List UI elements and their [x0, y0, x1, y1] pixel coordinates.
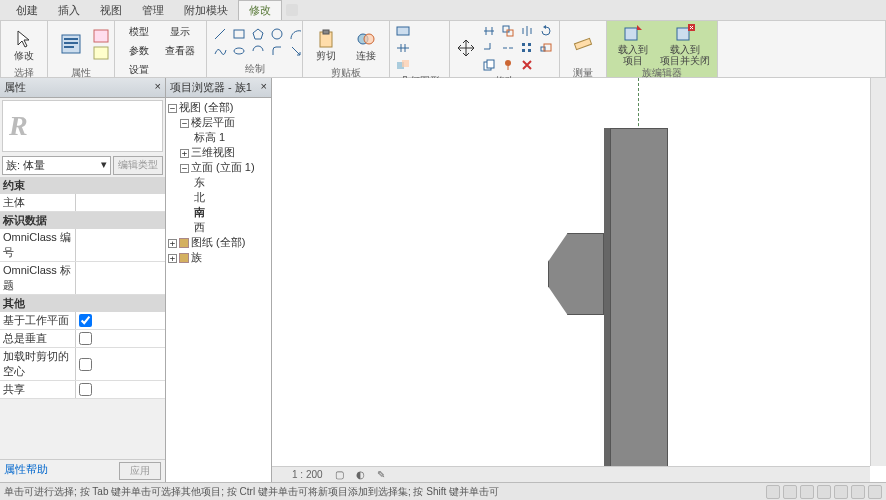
- project-tree: −视图 (全部) −楼层平面 标高 1 +三维视图 −立面 (立面 1) 东 北…: [166, 98, 271, 482]
- tree-toggle[interactable]: +: [180, 149, 189, 158]
- tree-elevations[interactable]: 立面 (立面 1): [191, 161, 255, 173]
- tab-modify[interactable]: 修改: [238, 0, 282, 20]
- join-button[interactable]: 连接: [347, 23, 385, 65]
- svg-point-9: [272, 29, 282, 39]
- omniclass-num-input[interactable]: [79, 239, 162, 251]
- scale-display[interactable]: 1 : 200: [292, 469, 323, 480]
- tab-insert[interactable]: 插入: [48, 1, 90, 20]
- copy-button[interactable]: [480, 57, 498, 73]
- tree-level1[interactable]: 标高 1: [168, 130, 269, 145]
- model-button[interactable]: 模型: [119, 23, 159, 41]
- polygon-tool[interactable]: [249, 26, 267, 42]
- status-icon[interactable]: [834, 485, 848, 499]
- section-constraints[interactable]: 约束: [0, 177, 165, 194]
- show-button[interactable]: 显示: [160, 23, 200, 41]
- viewbar-icon[interactable]: ✎: [377, 469, 385, 480]
- tree-floorplans[interactable]: 楼层平面: [191, 116, 235, 128]
- tree-east[interactable]: 东: [168, 175, 269, 190]
- viewer-button[interactable]: 查看器: [160, 42, 200, 60]
- scrollbar-vertical[interactable]: [870, 78, 886, 466]
- group-workplane: 模型 显示 参数 查看器 设置 工作平面: [115, 21, 207, 77]
- tree-views-root[interactable]: 视图 (全部): [179, 101, 233, 113]
- array-button[interactable]: [518, 40, 536, 56]
- svg-point-28: [505, 60, 511, 66]
- close-icon[interactable]: ×: [261, 80, 267, 95]
- project-browser: 项目浏览器 - 族1 × −视图 (全部) −楼层平面 标高 1 +三维视图 −…: [166, 78, 272, 482]
- tree-south[interactable]: 南: [168, 205, 269, 220]
- tab-view[interactable]: 视图: [90, 1, 132, 20]
- family-types-button[interactable]: [92, 28, 110, 44]
- cope-button[interactable]: [394, 23, 412, 39]
- shared-label: 共享: [0, 381, 76, 398]
- param-button[interactable]: 参数: [119, 42, 159, 60]
- status-icon[interactable]: [766, 485, 780, 499]
- join-geom-button[interactable]: [394, 57, 412, 73]
- tree-west[interactable]: 西: [168, 220, 269, 235]
- always-vertical-checkbox[interactable]: [79, 332, 92, 345]
- type-preview: R: [2, 100, 163, 152]
- measure-button[interactable]: [564, 23, 602, 65]
- edit-type-button[interactable]: 编辑类型: [113, 156, 163, 175]
- load-close-button[interactable]: 载入到 项目并关闭: [657, 23, 713, 65]
- circle-tool[interactable]: [268, 26, 286, 42]
- properties-help-link[interactable]: 属性帮助: [4, 462, 48, 480]
- tree-toggle[interactable]: −: [168, 104, 177, 113]
- status-icon[interactable]: [868, 485, 882, 499]
- view-canvas[interactable]: 1 : 200 ▢ ◐ ✎: [272, 78, 886, 482]
- split-button[interactable]: [499, 40, 517, 56]
- tree-toggle[interactable]: −: [180, 119, 189, 128]
- load-into-project-button[interactable]: 载入到 项目: [611, 23, 655, 65]
- status-icon[interactable]: [800, 485, 814, 499]
- omniclass-title-value[interactable]: [76, 262, 165, 294]
- tab-overflow-icon[interactable]: [286, 4, 298, 16]
- tree-toggle[interactable]: +: [168, 239, 177, 248]
- tree-toggle[interactable]: +: [168, 254, 177, 263]
- workplane-based-checkbox[interactable]: [79, 314, 92, 327]
- tree-3dviews[interactable]: 三维视图: [191, 146, 235, 158]
- family-type-select[interactable]: 族: 体量 ▾: [2, 156, 111, 175]
- rotate-button[interactable]: [537, 23, 555, 39]
- tree-toggle[interactable]: −: [180, 164, 189, 173]
- viewbar-icon[interactable]: ◐: [356, 469, 365, 480]
- pin-button[interactable]: [499, 57, 517, 73]
- mirror-button[interactable]: [518, 23, 536, 39]
- spline-tool[interactable]: [211, 43, 229, 59]
- arc3pt-tool[interactable]: [249, 43, 267, 59]
- set-button[interactable]: 设置: [119, 61, 159, 79]
- ellipse-tool[interactable]: [230, 43, 248, 59]
- apply-button[interactable]: 应用: [119, 462, 161, 480]
- host-value[interactable]: [76, 194, 165, 211]
- tree-north[interactable]: 北: [168, 190, 269, 205]
- offset-button[interactable]: [499, 23, 517, 39]
- tree-sheets[interactable]: 图纸 (全部): [191, 236, 245, 248]
- svg-rect-18: [503, 26, 509, 32]
- fillet-tool[interactable]: [268, 43, 286, 59]
- rect-tool[interactable]: [230, 26, 248, 42]
- tab-manage[interactable]: 管理: [132, 1, 174, 20]
- status-icon[interactable]: [851, 485, 865, 499]
- scale-button[interactable]: [537, 40, 555, 56]
- tree-families[interactable]: 族: [191, 251, 202, 263]
- status-icon[interactable]: [817, 485, 831, 499]
- close-icon[interactable]: ×: [155, 80, 161, 95]
- type-props-button[interactable]: [92, 45, 110, 61]
- cut-void-checkbox[interactable]: [79, 358, 92, 371]
- shared-checkbox[interactable]: [79, 383, 92, 396]
- align-button[interactable]: [480, 23, 498, 39]
- group-geometry: 几何图形: [390, 21, 450, 77]
- modify-button[interactable]: 修改: [5, 23, 43, 65]
- tab-create[interactable]: 创建: [6, 1, 48, 20]
- section-other[interactable]: 其他: [0, 295, 165, 312]
- section-id-data[interactable]: 标识数据: [0, 212, 165, 229]
- trim-button[interactable]: [480, 40, 498, 56]
- cut-geom-button[interactable]: [394, 40, 412, 56]
- viewbar-icon[interactable]: ▢: [335, 469, 344, 480]
- tab-addins[interactable]: 附加模块: [174, 1, 238, 20]
- properties-button[interactable]: [52, 23, 90, 65]
- paste-button[interactable]: 剪切: [307, 23, 345, 65]
- delete-button[interactable]: [518, 57, 536, 73]
- move-button[interactable]: [454, 27, 478, 69]
- line-tool[interactable]: [211, 26, 229, 42]
- host-label: 主体: [0, 194, 76, 211]
- status-icon[interactable]: [783, 485, 797, 499]
